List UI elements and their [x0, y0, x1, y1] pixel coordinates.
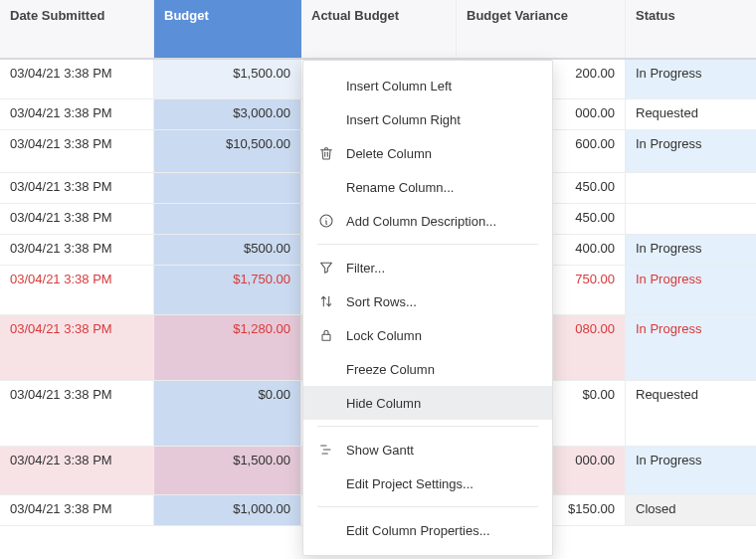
gantt-icon — [317, 441, 335, 459]
cell-status[interactable]: In Progress — [626, 130, 756, 172]
lock-icon — [317, 326, 335, 344]
cell-date[interactable]: 03/04/21 3:38 PM — [0, 381, 154, 446]
menu-item-label: Rename Column... — [346, 180, 454, 195]
cell-date[interactable]: 03/04/21 3:38 PM — [0, 99, 154, 129]
menu-item-label: Insert Column Right — [346, 112, 461, 127]
cell-status[interactable]: Requested — [626, 381, 756, 446]
sort-icon — [317, 292, 335, 310]
column-header[interactable]: Budget Variance — [457, 0, 626, 58]
menu-item[interactable]: Insert Column Right — [303, 102, 552, 136]
column-header[interactable]: Status — [626, 0, 756, 58]
menu-divider — [317, 506, 538, 507]
menu-item[interactable]: Hide Column — [303, 386, 552, 420]
column-header-row: Date SubmittedBudgetActual BudgetBudget … — [0, 0, 756, 60]
menu-item[interactable]: Edit Column Properties... — [303, 513, 552, 547]
menu-divider — [317, 426, 538, 427]
menu-item[interactable]: Freeze Column — [303, 352, 552, 386]
cell-date[interactable]: 03/04/21 3:38 PM — [0, 235, 154, 265]
cell-budget[interactable]: $10,500.00 — [154, 130, 301, 172]
cell-budget[interactable]: $1,500.00 — [154, 447, 301, 494]
menu-item-label: Filter... — [346, 261, 385, 276]
column-header[interactable]: Actual Budget — [301, 0, 457, 58]
cell-budget[interactable]: $1,500.00 — [154, 60, 301, 98]
column-header[interactable]: Budget — [154, 0, 301, 58]
cell-budget[interactable] — [154, 204, 301, 234]
cell-status[interactable]: Closed — [626, 495, 756, 525]
cell-date[interactable]: 03/04/21 3:38 PM — [0, 173, 154, 203]
cell-status[interactable]: Requested — [626, 99, 756, 129]
menu-item[interactable]: Lock Column — [303, 318, 552, 352]
cell-date[interactable]: 03/04/21 3:38 PM — [0, 204, 154, 234]
cell-budget[interactable]: $500.00 — [154, 235, 301, 265]
cell-budget[interactable]: $1,280.00 — [154, 315, 301, 380]
cell-status[interactable]: In Progress — [626, 60, 756, 98]
menu-item[interactable]: Add Column Description... — [303, 204, 552, 238]
cell-date[interactable]: 03/04/21 3:38 PM — [0, 447, 154, 494]
menu-divider — [317, 244, 538, 245]
cell-date[interactable]: 03/04/21 3:38 PM — [0, 315, 154, 380]
menu-item[interactable]: Filter... — [303, 251, 552, 284]
cell-date[interactable]: 03/04/21 3:38 PM — [0, 495, 154, 525]
menu-item-label: Lock Column — [346, 328, 422, 343]
cell-budget[interactable]: $1,000.00 — [154, 495, 301, 525]
cell-budget[interactable]: $1,750.00 — [154, 266, 301, 314]
column-context-menu: Insert Column LeftInsert Column RightDel… — [302, 60, 553, 556]
info-icon — [317, 212, 335, 230]
menu-item-label: Edit Project Settings... — [346, 476, 473, 491]
trash-icon — [317, 144, 335, 162]
menu-item-label: Sort Rows... — [346, 294, 417, 309]
cell-date[interactable]: 03/04/21 3:38 PM — [0, 266, 154, 314]
menu-item-label: Show Gantt — [346, 443, 414, 458]
menu-item-label: Edit Column Properties... — [346, 523, 490, 538]
cell-status[interactable]: In Progress — [626, 315, 756, 380]
cell-budget[interactable]: $0.00 — [154, 381, 301, 446]
menu-item[interactable]: Sort Rows... — [303, 284, 552, 318]
svg-rect-1 — [322, 334, 330, 340]
menu-item[interactable]: Rename Column... — [303, 170, 552, 204]
menu-item-label: Freeze Column — [346, 362, 435, 377]
menu-item[interactable]: Edit Project Settings... — [303, 466, 552, 500]
column-header[interactable]: Date Submitted — [0, 0, 154, 58]
cell-status[interactable]: In Progress — [626, 447, 756, 494]
menu-item[interactable]: Delete Column — [303, 136, 552, 170]
menu-item[interactable]: Insert Column Left — [303, 69, 552, 102]
menu-item-label: Insert Column Left — [346, 79, 452, 93]
cell-date[interactable]: 03/04/21 3:38 PM — [0, 130, 154, 172]
cell-status[interactable] — [626, 204, 756, 234]
cell-status[interactable]: In Progress — [626, 235, 756, 265]
menu-item-label: Add Column Description... — [346, 214, 496, 229]
filter-icon — [317, 259, 335, 277]
cell-status[interactable]: In Progress — [626, 266, 756, 314]
menu-item-label: Delete Column — [346, 146, 432, 161]
cell-status[interactable] — [626, 173, 756, 203]
cell-date[interactable]: 03/04/21 3:38 PM — [0, 60, 154, 98]
menu-item-label: Hide Column — [346, 396, 421, 411]
cell-budget[interactable] — [154, 173, 301, 203]
menu-item[interactable]: Show Gantt — [303, 433, 552, 466]
cell-budget[interactable]: $3,000.00 — [154, 99, 301, 129]
